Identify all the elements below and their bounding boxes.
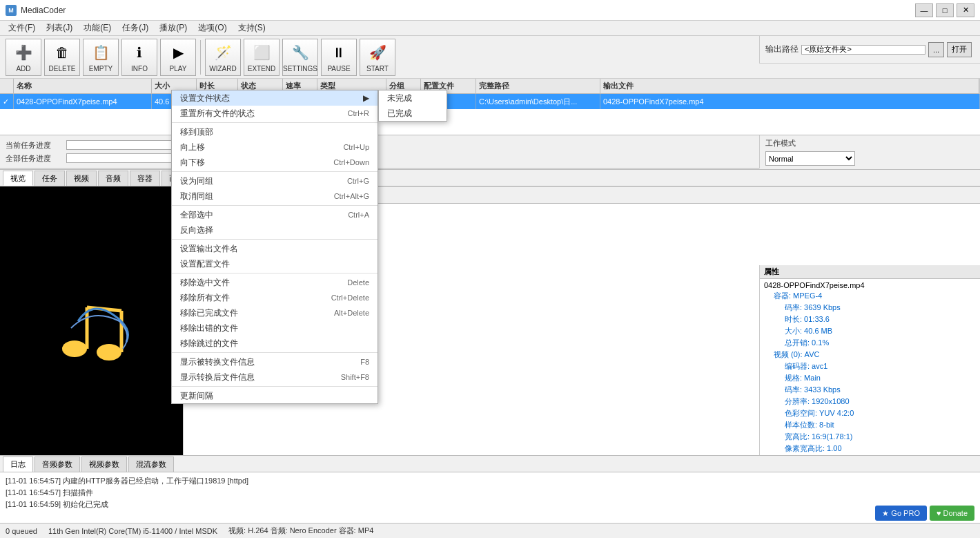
- ctx-ungroup-shortcut: Ctrl+Alt+G: [334, 192, 369, 200]
- toolbar-btn-pause[interactable]: ⏸PAUSE: [321, 39, 357, 76]
- prop-aspect: 宽高比: 16:9(1.78:1): [763, 431, 977, 443]
- toolbar-btn-delete[interactable]: 🗑DELETE: [44, 39, 80, 76]
- ctx-set-status-label: 设置文件状态: [180, 93, 230, 104]
- menu-item-p[interactable]: 播放(P): [154, 21, 193, 35]
- ctx-move-up-label: 向上移: [180, 142, 205, 153]
- ctx-select-all[interactable]: 全部选中 Ctrl+A: [172, 207, 378, 222]
- svg-point-1: [62, 340, 87, 357]
- log-line-1: [11-01 16:54:57] 内建的HTTP服务器已经启动，工作于端口198…: [6, 475, 974, 487]
- ctx-invert[interactable]: 反向选择: [172, 222, 378, 238]
- delete-icon: 🗑: [51, 41, 73, 64]
- log-line-2: [11-01 16:54:57] 扫描插件: [6, 487, 974, 499]
- ctx-remove-done-shortcut: Alt+Delete: [334, 309, 369, 317]
- ctx-invert-label: 反向选择: [180, 224, 213, 236]
- log-tab-video-params[interactable]: 视频参数: [81, 457, 127, 472]
- prop-video-enc: 编码器: avc1: [763, 361, 977, 372]
- ctx-show-dst-info-label: 显示转换后文件信息: [180, 372, 255, 383]
- menu-item-f[interactable]: 文件(F): [3, 21, 41, 35]
- title-bar-controls: — □ ✕: [915, 3, 974, 17]
- tab-container[interactable]: 容器: [130, 171, 160, 186]
- ctx-reset-status[interactable]: 重置所有文件的状态 Ctrl+R: [172, 106, 378, 121]
- toolbar-btn-info[interactable]: ℹINFO: [121, 39, 157, 76]
- tab-preview[interactable]: 视览: [3, 171, 33, 186]
- submenu-incomplete[interactable]: 未完成: [379, 90, 447, 106]
- ctx-remove-done[interactable]: 移除已完成文件 Alt+Delete: [172, 305, 378, 320]
- ctx-set-config-label: 设置配置文件: [180, 258, 230, 270]
- work-mode-select[interactable]: Normal Fast Slow: [765, 151, 855, 166]
- ctx-remove-selected[interactable]: 移除选中文件 Delete: [172, 275, 378, 290]
- prop-sar: 像素宽高比: 1.00: [763, 443, 977, 454]
- svg-point-2: [97, 344, 121, 361]
- tab-video[interactable]: 视频: [66, 171, 97, 186]
- extend-label: EXTEND: [248, 65, 276, 73]
- ctx-remove-all[interactable]: 移除所有文件 Ctrl+Delete: [172, 290, 378, 305]
- toolbar-btn-empty[interactable]: 📋EMPTY: [83, 39, 119, 76]
- menu-bar: 文件(F)列表(J)功能(E)任务(J)播放(P)选项(O)支持(S): [0, 21, 980, 36]
- wizard-icon: 🪄: [212, 41, 234, 64]
- minimize-button[interactable]: —: [915, 3, 933, 17]
- tab-audio[interactable]: 音频: [98, 171, 128, 186]
- menu-item-s[interactable]: 支持(S): [233, 21, 271, 35]
- log-tab-mux-params[interactable]: 混流参数: [128, 457, 174, 472]
- status-bar: 0 queued 11th Gen Intel(R) Core(TM) i5-1…: [0, 523, 980, 538]
- gopro-button[interactable]: ★ Go PRO: [875, 506, 927, 521]
- row-path: C:\Users\admin\Desktop\日...: [476, 94, 600, 109]
- menu-item-j[interactable]: 任务(J): [117, 21, 154, 35]
- submenu-complete[interactable]: 已完成: [379, 106, 447, 121]
- ctx-group-shortcut: Ctrl+G: [347, 177, 369, 185]
- ctx-set-status[interactable]: 设置文件状态 ▶: [172, 90, 378, 106]
- toolbar-btn-settings[interactable]: 🔧SETTINGS: [282, 39, 318, 76]
- ctx-sep-3: [172, 205, 378, 206]
- menu-item-e[interactable]: 功能(E): [78, 21, 117, 35]
- toolbar-btn-wizard[interactable]: 🪄WIZARD: [205, 39, 241, 76]
- ctx-remove-selected-shortcut: Delete: [347, 278, 369, 287]
- log-tab-audio-params[interactable]: 音频参数: [35, 457, 80, 472]
- output-path-input[interactable]: [801, 45, 925, 55]
- app-icon: M: [6, 5, 17, 16]
- ctx-sep-1: [172, 122, 378, 123]
- ctx-move-down[interactable]: 向下移 Ctrl+Down: [172, 155, 378, 170]
- log-tab-log[interactable]: 日志: [3, 457, 33, 472]
- prop-filename: 0428-OPPOFindX7peise.mp4: [763, 280, 977, 290]
- close-button[interactable]: ✕: [957, 3, 974, 17]
- menu-item-o[interactable]: 选项(O): [193, 21, 232, 35]
- info-icon: ℹ: [128, 41, 150, 64]
- ctx-show-src-info[interactable]: 显示被转换文件信息 F8: [172, 354, 378, 369]
- menu-item-j[interactable]: 列表(J): [41, 21, 78, 35]
- ctx-remove-skipped-label: 移除跳过的文件: [180, 338, 238, 349]
- donate-button[interactable]: ♥ Donate: [930, 506, 974, 521]
- prop-bitdepth: 样本位数: 8-bit: [763, 419, 977, 431]
- ctx-set-config[interactable]: 设置配置文件: [172, 256, 378, 271]
- col-path: 完整路径: [476, 79, 600, 93]
- ctx-move-down-label: 向下移: [180, 157, 205, 169]
- ctx-update-interval[interactable]: 更新间隔: [172, 388, 378, 403]
- pause-label: PAUSE: [327, 65, 350, 73]
- ctx-ungroup[interactable]: 取消同组 Ctrl+Alt+G: [172, 189, 378, 204]
- ctx-move-up[interactable]: 向上移 Ctrl+Up: [172, 140, 378, 155]
- ctx-set-output[interactable]: 设置输出文件名: [172, 241, 378, 256]
- table-row[interactable]: ✓ 0428-OPPOFindX7peise.mp4 40.6 MB 01:33…: [0, 94, 980, 109]
- ctx-remove-error[interactable]: 移除出错的文件: [172, 320, 378, 336]
- toolbar-btn-play[interactable]: ▶PLAY: [160, 39, 196, 76]
- properties-tree: 0428-OPPOFindX7peise.mp4 容器: MPEG-4 码率: …: [760, 279, 980, 455]
- tab-tasks[interactable]: 任务: [35, 171, 65, 186]
- settings-label: SETTINGS: [283, 65, 317, 73]
- prop-profile: 规格: Main: [763, 372, 977, 384]
- browse-button[interactable]: ...: [928, 42, 944, 57]
- toolbar-btn-add[interactable]: ➕ADD: [6, 39, 41, 76]
- toolbar-btn-extend[interactable]: ⬜EXTEND: [244, 39, 280, 76]
- col-name: 名称: [14, 79, 152, 93]
- ctx-move-top-label: 移到顶部: [180, 126, 213, 138]
- toolbar-btn-start[interactable]: 🚀START: [360, 39, 395, 76]
- ctx-remove-skipped[interactable]: 移除跳过的文件: [172, 336, 378, 351]
- file-list-area[interactable]: ✓ 0428-OPPOFindX7peise.mp4 40.6 MB 01:33…: [0, 94, 980, 135]
- ctx-show-dst-info[interactable]: 显示转换后文件信息 Shift+F8: [172, 369, 378, 385]
- ctx-group-label: 设为同组: [180, 175, 213, 187]
- tabs-row: 视览 任务 视频 音频 容器 画面: [0, 170, 980, 186]
- ctx-move-top[interactable]: 移到顶部: [172, 124, 378, 140]
- wizard-label: WIZARD: [209, 65, 236, 73]
- maximize-button[interactable]: □: [936, 3, 954, 17]
- ctx-group[interactable]: 设为同组 Ctrl+G: [172, 173, 378, 189]
- open-button[interactable]: 打开: [947, 42, 972, 57]
- prop-video: 视频 (0): AVC: [763, 349, 977, 361]
